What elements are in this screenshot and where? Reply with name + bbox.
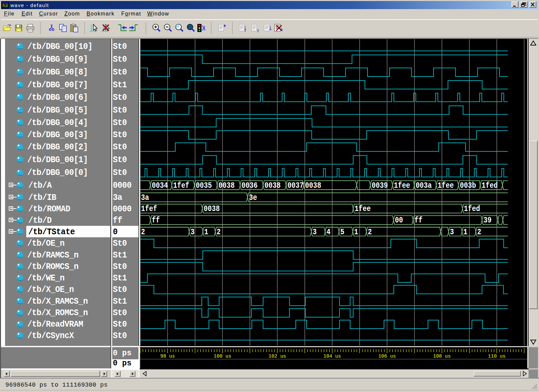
svg-text:003b: 003b [460, 181, 476, 190]
svg-text:0037: 0037 [287, 181, 304, 190]
svg-text:ff: ff [414, 216, 422, 225]
svg-text:1: 1 [463, 228, 467, 237]
svg-text:2: 2 [477, 228, 481, 237]
svg-text:1fee: 1fee [394, 181, 410, 190]
svg-text:3: 3 [313, 228, 317, 237]
svg-text:110 us: 110 us [488, 354, 505, 359]
svg-text:1fee: 1fee [438, 181, 454, 190]
svg-text:00: 00 [395, 216, 403, 225]
svg-text:104 us: 104 us [323, 354, 341, 359]
svg-text:2: 2 [141, 228, 145, 237]
svg-text:3e: 3e [249, 193, 257, 202]
svg-text:1fee: 1fee [354, 205, 371, 213]
svg-text:3a: 3a [141, 193, 149, 202]
svg-text:100 us: 100 us [214, 354, 231, 359]
svg-text:106 us: 106 us [378, 354, 395, 359]
svg-text:1: 1 [354, 228, 358, 237]
svg-text:0038: 0038 [305, 181, 321, 190]
svg-text:3: 3 [190, 228, 194, 237]
svg-text:0035: 0035 [196, 181, 212, 190]
svg-text:0038: 0038 [264, 181, 281, 190]
svg-text:108 us: 108 us [433, 354, 450, 359]
svg-text:ff: ff [152, 216, 160, 225]
svg-text:0038: 0038 [218, 181, 234, 190]
svg-text:003a: 003a [415, 181, 432, 190]
svg-text:3: 3 [450, 228, 454, 237]
svg-text:4: 4 [326, 228, 330, 237]
svg-text:1fef: 1fef [141, 205, 157, 213]
svg-text:98 us: 98 us [160, 354, 175, 359]
svg-text:39: 39 [483, 216, 491, 225]
svg-text:1fed: 1fed [481, 181, 498, 190]
svg-text:102 us: 102 us [268, 354, 286, 359]
svg-text:0036: 0036 [241, 181, 257, 190]
svg-text:0038: 0038 [203, 205, 220, 213]
svg-text:2: 2 [368, 228, 372, 237]
svg-text:0034: 0034 [152, 181, 168, 190]
svg-text:1fed: 1fed [464, 205, 480, 213]
svg-text:1: 1 [204, 228, 208, 237]
svg-text:0039: 0039 [372, 181, 388, 190]
svg-text:5: 5 [340, 228, 344, 237]
svg-text:1fef: 1fef [173, 181, 189, 190]
svg-text:2: 2 [217, 228, 221, 237]
